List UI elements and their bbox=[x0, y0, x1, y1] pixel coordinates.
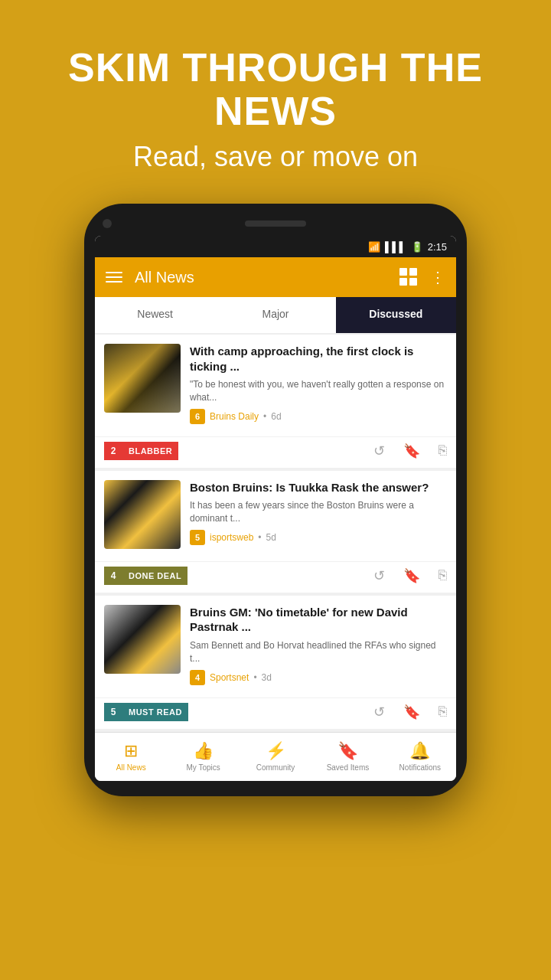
nav-label-my-topics: My Topics bbox=[186, 763, 220, 772]
status-bar: 📶 ▌▌▌ 🔋 2:15 bbox=[95, 236, 456, 257]
news-meta-2: 5 isportsweb • 5d bbox=[190, 530, 447, 545]
news-excerpt-3: Sam Bennett and Bo Horvat headlined the … bbox=[190, 639, 447, 665]
comment-count-3: 4 bbox=[190, 670, 205, 685]
more-options-icon[interactable]: ⋮ bbox=[430, 268, 445, 286]
news-item[interactable]: With camp approaching, the first clock i… bbox=[95, 335, 456, 468]
news-image-1 bbox=[104, 344, 181, 413]
phone-screen: 📶 ▌▌▌ 🔋 2:15 All News ⋮ Newest Major Dis… bbox=[95, 236, 456, 780]
news-meta-1: 6 Bruins Daily • 6d bbox=[190, 409, 447, 424]
bottom-navigation: ⊞ All News 👍 My Topics ⚡ Community 🔖 Sav… bbox=[95, 732, 456, 781]
news-content-1: With camp approaching, the first clock i… bbox=[95, 335, 456, 433]
wifi-icon: 📶 bbox=[368, 241, 380, 253]
tag-badge-2: 4 DONE DEAL bbox=[104, 567, 187, 585]
news-text-2: Boston Bruins: Is Tuukka Rask the answer… bbox=[190, 480, 447, 549]
tab-discussed[interactable]: Discussed bbox=[336, 297, 456, 333]
time-ago-1: 6d bbox=[271, 411, 281, 422]
bookmark-icon[interactable]: 🔖 bbox=[403, 567, 420, 584]
nav-item-all-news[interactable]: ⊞ All News bbox=[95, 733, 167, 781]
tag-label-3: MUST READ bbox=[122, 703, 188, 721]
promo-title: SKIM THROUGH THE NEWS bbox=[46, 46, 505, 133]
notifications-icon: 🔔 bbox=[409, 741, 430, 761]
hamburger-menu-button[interactable] bbox=[106, 272, 122, 283]
hamburger-line bbox=[106, 272, 122, 273]
copy-icon[interactable]: ⎘ bbox=[439, 704, 447, 720]
comment-count-1: 6 bbox=[190, 409, 205, 424]
nav-item-notifications[interactable]: 🔔 Notifications bbox=[384, 733, 456, 781]
nav-label-notifications: Notifications bbox=[399, 763, 441, 772]
nav-item-my-topics[interactable]: 👍 My Topics bbox=[167, 733, 239, 781]
news-headline-3: Bruins GM: 'No timetable' for new David … bbox=[190, 605, 447, 635]
news-list: With camp approaching, the first clock i… bbox=[95, 335, 456, 731]
news-excerpt-2: It has been a few years since the Boston… bbox=[190, 499, 447, 525]
tag-badge-1: 2 BLABBER bbox=[104, 442, 178, 460]
nav-item-saved-items[interactable]: 🔖 Saved Items bbox=[311, 733, 383, 781]
app-bar: All News ⋮ bbox=[95, 257, 456, 297]
news-item[interactable]: Bruins GM: 'No timetable' for new David … bbox=[95, 596, 456, 729]
source-name-1: Bruins Daily bbox=[210, 411, 259, 422]
news-headline-1: With camp approaching, the first clock i… bbox=[190, 344, 447, 374]
tab-major[interactable]: Major bbox=[215, 297, 335, 333]
time-ago-3: 3d bbox=[262, 672, 272, 683]
action-icons-2: ↺ 🔖 ⎘ bbox=[373, 567, 447, 584]
news-meta-3: 4 Sportsnet • 3d bbox=[190, 670, 447, 685]
signal-icon: ▌▌▌ bbox=[385, 241, 406, 253]
news-actions-3: 5 MUST READ ↺ 🔖 ⎘ bbox=[95, 697, 456, 729]
tag-label-1: BLABBER bbox=[122, 442, 178, 460]
community-icon: ⚡ bbox=[266, 741, 286, 761]
phone-frame: 📶 ▌▌▌ 🔋 2:15 All News ⋮ Newest Major Dis… bbox=[84, 204, 467, 795]
bookmark-icon[interactable]: 🔖 bbox=[403, 443, 420, 459]
action-icons-3: ↺ 🔖 ⎘ bbox=[373, 704, 447, 720]
tab-newest[interactable]: Newest bbox=[95, 297, 215, 333]
clock: 2:15 bbox=[428, 241, 447, 253]
promo-subtitle: Read, save or move on bbox=[46, 141, 505, 173]
copy-icon[interactable]: ⎘ bbox=[439, 567, 447, 584]
tag-number-2: 4 bbox=[104, 567, 122, 585]
news-image-2 bbox=[104, 480, 181, 549]
nav-label-community: Community bbox=[256, 763, 295, 772]
bookmark-icon[interactable]: 🔖 bbox=[403, 704, 420, 720]
news-text-3: Bruins GM: 'No timetable' for new David … bbox=[190, 605, 447, 685]
news-actions-2: 4 DONE DEAL ↺ 🔖 ⎘ bbox=[95, 561, 456, 593]
tag-number-1: 2 bbox=[104, 442, 122, 460]
news-item[interactable]: Boston Bruins: Is Tuukka Rask the answer… bbox=[95, 471, 456, 593]
saved-items-icon: 🔖 bbox=[337, 741, 358, 761]
source-name-3: Sportsnet bbox=[210, 672, 249, 683]
share-icon[interactable]: ↺ bbox=[373, 704, 385, 720]
comment-count-2: 5 bbox=[190, 530, 205, 545]
nav-label-all-news: All News bbox=[116, 763, 146, 772]
all-news-icon: ⊞ bbox=[124, 741, 138, 761]
time-ago-2: 5d bbox=[266, 532, 276, 543]
source-name-2: isportsweb bbox=[210, 532, 253, 543]
tag-badge-3: 5 MUST READ bbox=[104, 703, 188, 721]
share-icon[interactable]: ↺ bbox=[373, 567, 385, 584]
news-actions-1: 2 BLABBER ↺ 🔖 ⎘ bbox=[95, 436, 456, 468]
battery-icon: 🔋 bbox=[411, 241, 423, 253]
action-icons-1: ↺ 🔖 ⎘ bbox=[373, 443, 447, 459]
nav-label-saved-items: Saved Items bbox=[327, 763, 370, 772]
news-image-3 bbox=[104, 605, 181, 674]
news-content-2: Boston Bruins: Is Tuukka Rask the answer… bbox=[95, 471, 456, 558]
promo-area: SKIM THROUGH THE NEWS Read, save or move… bbox=[0, 0, 551, 204]
news-content-3: Bruins GM: 'No timetable' for new David … bbox=[95, 596, 456, 694]
news-headline-2: Boston Bruins: Is Tuukka Rask the answer… bbox=[190, 480, 447, 495]
news-text-1: With camp approaching, the first clock i… bbox=[190, 344, 447, 424]
grid-view-icon[interactable] bbox=[399, 268, 418, 286]
share-icon[interactable]: ↺ bbox=[373, 443, 385, 459]
hamburger-line bbox=[106, 276, 122, 278]
front-camera bbox=[103, 219, 112, 228]
hamburger-line bbox=[106, 281, 122, 283]
tag-number-3: 5 bbox=[104, 703, 122, 721]
copy-icon[interactable]: ⎘ bbox=[439, 443, 447, 459]
nav-item-community[interactable]: ⚡ Community bbox=[240, 733, 311, 781]
phone-top-bar bbox=[95, 219, 456, 236]
news-excerpt-1: "To be honest with you, we haven't reall… bbox=[190, 378, 447, 404]
speaker-grille bbox=[245, 220, 306, 227]
news-tabs: Newest Major Discussed bbox=[95, 297, 456, 335]
tag-label-2: DONE DEAL bbox=[122, 567, 187, 585]
my-topics-icon: 👍 bbox=[193, 741, 214, 761]
app-bar-title: All News bbox=[135, 269, 387, 286]
